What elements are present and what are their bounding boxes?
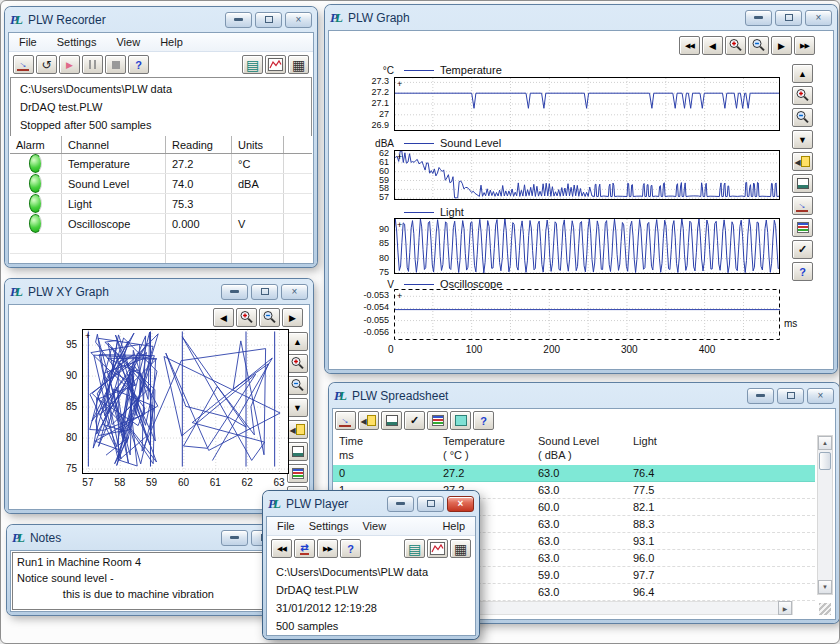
channel-row[interactable]: Temperature27.2°C [10, 154, 312, 174]
maximize-button[interactable] [251, 284, 278, 300]
resize-grip[interactable] [819, 603, 831, 615]
replay-button[interactable]: ⇄ [294, 539, 315, 558]
help-button[interactable]: ? [128, 55, 149, 74]
light-plot[interactable]: + [394, 218, 780, 274]
select-channels-button[interactable]: ✓ [792, 240, 813, 259]
scroll-up-button[interactable]: ▲ [818, 436, 832, 450]
export-button[interactable]: → [792, 196, 813, 215]
channel-colors-button[interactable] [427, 411, 448, 430]
start-button[interactable]: ▶ [59, 55, 80, 74]
menu-help[interactable]: Help [160, 36, 183, 48]
copy-button[interactable]: ◀ [358, 411, 379, 430]
help-button[interactable]: ? [792, 262, 813, 281]
help-button[interactable]: ? [473, 411, 494, 430]
col-header-sound[interactable]: Sound Level [538, 435, 599, 447]
export-button[interactable]: → [335, 411, 356, 430]
minimize-button[interactable] [221, 530, 248, 546]
zoom-out-button[interactable] [748, 36, 769, 55]
col-header-time[interactable]: Time [339, 435, 363, 447]
graph-titlebar[interactable]: PL PLW Graph × [325, 5, 837, 30]
xy-graph-titlebar[interactable]: PL PLW XY Graph × [5, 279, 313, 304]
player-titlebar[interactable]: PL PLW Player × [263, 491, 479, 516]
close-button[interactable]: × [807, 388, 834, 404]
notes-view-button[interactable]: ▤ [242, 55, 263, 74]
zoom-in-button[interactable] [236, 308, 257, 327]
save-button[interactable] [287, 442, 308, 461]
close-button[interactable]: × [805, 10, 832, 26]
spreadsheet-row[interactable]: 027.263.076.4 [333, 465, 815, 482]
scroll-down-button[interactable]: ▼ [287, 398, 308, 417]
close-button[interactable]: × [285, 12, 312, 28]
maximize-button[interactable] [417, 496, 444, 512]
close-button[interactable]: × [447, 496, 474, 512]
next-page-button[interactable]: ▶ [282, 308, 303, 327]
highlight-button[interactable] [450, 411, 471, 430]
col-header-light[interactable]: Light [633, 435, 657, 447]
menu-settings[interactable]: Settings [57, 36, 97, 48]
scrollbar-thumb[interactable] [819, 452, 831, 470]
pause-button[interactable] [82, 55, 103, 74]
channel-row[interactable]: Oscilloscope0.000V [10, 214, 312, 234]
prev-page-button[interactable]: ◀ [702, 36, 723, 55]
spreadsheet-view-button[interactable]: ▦ [288, 55, 309, 74]
zoom-out-button[interactable] [792, 108, 813, 127]
stop-button[interactable] [105, 55, 126, 74]
select-channels-button[interactable]: ✓ [404, 411, 425, 430]
channel-colors-button[interactable] [792, 218, 813, 237]
first-page-button[interactable]: ◀◀ [679, 36, 700, 55]
graph-view-button[interactable] [427, 539, 448, 558]
col-header-temperature[interactable]: Temperature [443, 435, 505, 447]
zoom-in-button[interactable] [725, 36, 746, 55]
vertical-scrollbar[interactable]: ▲ ▼ [817, 435, 833, 595]
close-button[interactable]: × [281, 284, 308, 300]
scroll-down-button[interactable]: ▼ [792, 130, 813, 149]
maximize-button[interactable] [775, 10, 802, 26]
player-window: PL PLW Player × File Settings View Help … [263, 491, 479, 639]
zoom-out-button[interactable] [287, 376, 308, 395]
xy-plot[interactable]: + [82, 329, 289, 474]
notes-view-button[interactable]: ▤ [404, 539, 425, 558]
spreadsheet-view-button[interactable]: ▦ [450, 539, 471, 558]
oscilloscope-plot[interactable]: + [394, 289, 780, 340]
channel-row[interactable]: Sound Level74.0dBA [10, 174, 312, 194]
menu-help[interactable]: Help [442, 520, 465, 532]
next-page-button[interactable]: ▶ [771, 36, 792, 55]
menu-settings[interactable]: Settings [309, 520, 349, 532]
go-to-start-button[interactable]: ◀◀ [271, 539, 292, 558]
go-to-end-button[interactable]: ▶▶ [317, 539, 338, 558]
temperature-plot[interactable]: + [394, 77, 780, 131]
menu-view[interactable]: View [116, 36, 140, 48]
spreadsheet-titlebar[interactable]: PL PLW Spreadsheet × [329, 383, 839, 408]
minimize-button[interactable] [745, 10, 772, 26]
menu-view[interactable]: View [362, 520, 386, 532]
record-button[interactable]: → [13, 55, 34, 74]
channel-row[interactable]: Light75.3 [10, 194, 312, 214]
rerecord-button[interactable]: ↺ [36, 55, 57, 74]
menu-file[interactable]: File [19, 36, 37, 48]
zoom-in-button[interactable] [287, 354, 308, 373]
maximize-button[interactable] [255, 12, 282, 28]
prev-page-button[interactable]: ◀ [213, 308, 234, 327]
scroll-right-button[interactable]: ▶ [778, 601, 792, 615]
scroll-down-button[interactable]: ▼ [818, 580, 832, 594]
channel-colors-button[interactable] [287, 464, 308, 483]
help-button[interactable]: ? [340, 539, 361, 558]
minimize-button[interactable] [221, 284, 248, 300]
save-button[interactable] [381, 411, 402, 430]
copy-button[interactable]: ◀ [792, 152, 813, 171]
menu-file[interactable]: File [277, 520, 295, 532]
copy-button[interactable]: ◀ [287, 420, 308, 439]
sound-plot[interactable]: + [394, 150, 780, 200]
save-button[interactable] [792, 174, 813, 193]
last-page-button[interactable]: ▶▶ [794, 36, 815, 55]
minimize-button[interactable] [747, 388, 774, 404]
minimize-button[interactable] [225, 12, 252, 28]
graph-view-button[interactable] [265, 55, 286, 74]
zoom-in-button[interactable] [792, 86, 813, 105]
zoom-out-button[interactable] [259, 308, 280, 327]
scroll-up-button[interactable]: ▲ [287, 332, 308, 351]
scroll-up-button[interactable]: ▲ [792, 64, 813, 83]
recorder-titlebar[interactable]: PL PLW Recorder × [5, 7, 317, 32]
minimize-button[interactable] [387, 496, 414, 512]
maximize-button[interactable] [777, 388, 804, 404]
